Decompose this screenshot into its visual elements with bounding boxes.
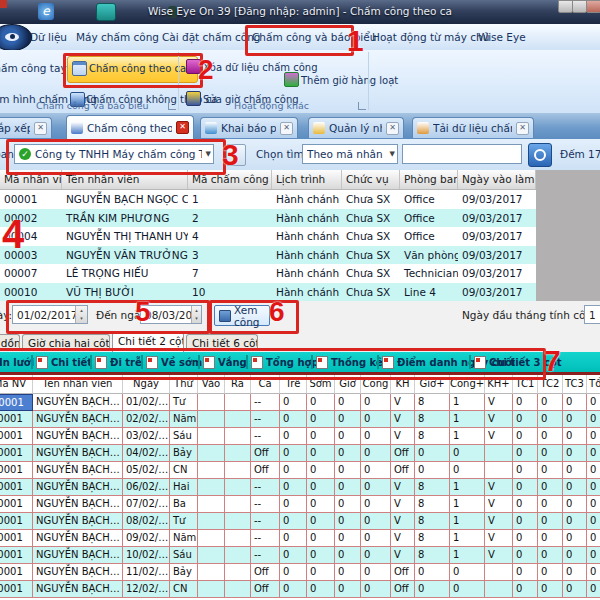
cell[interactable]: 8 (415, 479, 450, 496)
cell[interactable]: 04/02/2017 (123, 445, 170, 462)
tab-0[interactable]: Sắp xếp lịch trình ch..✕ (0, 117, 52, 138)
cell[interactable]: Sáu (170, 428, 198, 445)
cell[interactable]: Năm (170, 411, 198, 428)
from-date-field[interactable]: 01/02/2017 ▴▾ (12, 305, 88, 324)
cell[interactable]: 0 (538, 394, 563, 411)
cell[interactable] (198, 445, 225, 462)
column-header[interactable]: Công+ (450, 375, 485, 394)
cell[interactable] (198, 428, 225, 445)
cell[interactable]: 0 (587, 445, 600, 462)
cell[interactable]: Off (251, 462, 280, 479)
column-header[interactable]: Chức vụ (342, 170, 400, 189)
view-tab-3[interactable]: Chi tiết 6 cột (186, 334, 258, 351)
menu-item-5[interactable]: Wise Eye (478, 31, 526, 43)
table-row[interactable]: 00010VŨ THỊ BƯỞI10Hành chánhChưa SXLine … (0, 283, 536, 301)
cell[interactable]: 0 (450, 445, 485, 462)
cell[interactable]: 1 (450, 530, 485, 547)
cell[interactable]: 03/02/2017 (123, 428, 170, 445)
toolbar-button-0[interactable]: In lưới (0, 354, 34, 370)
column-header[interactable]: Tổng (587, 375, 600, 394)
cell[interactable]: 0 (335, 462, 361, 479)
cell[interactable]: V (485, 496, 513, 513)
cell[interactable]: 0 (587, 564, 600, 581)
column-header[interactable]: Mã chấm công (188, 170, 272, 189)
cell[interactable]: 1 (450, 411, 485, 428)
cell[interactable]: 0 (415, 564, 450, 581)
cell[interactable]: 0 (307, 462, 335, 479)
cell[interactable]: 0 (335, 564, 361, 581)
cell[interactable]: 00001 (0, 445, 33, 462)
cell[interactable]: 1 (450, 496, 485, 513)
cell[interactable]: 0 (563, 564, 587, 581)
cell[interactable]: 0 (361, 530, 391, 547)
cell[interactable]: -- (251, 411, 280, 428)
cell[interactable]: NGUYỄN BẠCH NGỌC CHÂU (33, 445, 123, 462)
cell[interactable]: 11/02/2017 (123, 564, 170, 581)
cell[interactable]: 0 (361, 547, 391, 564)
column-header[interactable]: TC3 (563, 375, 587, 394)
cell[interactable]: 0 (563, 513, 587, 530)
cell[interactable] (225, 479, 251, 496)
cell[interactable]: V (485, 394, 513, 411)
cell[interactable]: 0 (587, 513, 600, 530)
cell[interactable]: 0 (361, 411, 391, 428)
tab-close-icon[interactable]: ✕ (386, 122, 399, 135)
cell[interactable]: 0 (563, 479, 587, 496)
cell[interactable]: 00001 (0, 394, 33, 411)
cell[interactable]: V (391, 513, 415, 530)
menu-item-4[interactable]: Hoạt động từ máy chủ (372, 31, 489, 43)
column-header[interactable]: Mã nhân viên (0, 170, 62, 189)
cell[interactable]: 0 (280, 462, 307, 479)
cell[interactable]: 0 (335, 513, 361, 530)
cell[interactable]: 12/02/2017 (123, 581, 170, 598)
cell[interactable]: 1 (450, 547, 485, 564)
tab-close-icon[interactable]: ✕ (280, 122, 293, 135)
cell[interactable]: Off (391, 564, 415, 581)
cell[interactable] (225, 411, 251, 428)
tab-close-icon[interactable]: ✕ (176, 121, 189, 134)
cell[interactable]: 01/02/2017 (123, 394, 170, 411)
cell[interactable]: 0 (307, 445, 335, 462)
cell[interactable] (225, 581, 251, 598)
cell[interactable]: 0 (335, 581, 361, 598)
cell[interactable]: 0 (538, 547, 563, 564)
table-row[interactable]: 00002TRẦN KIM PHƯƠNG2Hành chánhChưa SXOf… (0, 209, 536, 228)
cell[interactable]: 0 (563, 496, 587, 513)
view-tab-0[interactable]: Giờ dồn (0, 334, 20, 351)
cell[interactable]: 8 (415, 428, 450, 445)
cell[interactable]: 8 (415, 547, 450, 564)
close-button[interactable] (586, 0, 600, 13)
cell[interactable]: 0 (513, 581, 538, 598)
cell[interactable]: 0 (513, 530, 538, 547)
cell[interactable] (198, 462, 225, 479)
view-tab-2[interactable]: Chi tiết 2 cột (112, 332, 184, 352)
cell[interactable]: 0 (513, 564, 538, 581)
toolbar-button-1[interactable]: Chi tiết (36, 354, 92, 370)
cell[interactable]: Off (251, 581, 280, 598)
cell[interactable] (198, 496, 225, 513)
cell[interactable]: 0 (307, 496, 335, 513)
cell[interactable] (485, 564, 513, 581)
cell[interactable]: 0 (538, 530, 563, 547)
toolbar-button-2[interactable]: Đi trễ (95, 354, 142, 370)
table-row[interactable]: 00001NGUYỄN BẠCH NGỌC CHÂU1Hành chánhChư… (0, 190, 536, 209)
maximize-button[interactable] (572, 0, 587, 13)
cell[interactable]: 0 (513, 445, 538, 462)
cell[interactable]: 0 (307, 428, 335, 445)
cell[interactable]: NGUYỄN BẠCH NGỌC CHÂU (33, 513, 123, 530)
cell[interactable]: 00001 (0, 479, 33, 496)
spinner-arrows-icon[interactable]: ▴▾ (75, 306, 87, 323)
cell[interactable]: V (485, 479, 513, 496)
tab-close-icon[interactable]: ✕ (34, 122, 47, 135)
cell[interactable]: 0 (307, 581, 335, 598)
cell[interactable]: V (391, 496, 415, 513)
cell[interactable] (485, 581, 513, 598)
cell[interactable]: 1 (450, 479, 485, 496)
cell[interactable]: 0 (307, 547, 335, 564)
cell[interactable] (198, 479, 225, 496)
cell[interactable]: 0 (587, 496, 600, 513)
cell[interactable]: 0 (361, 462, 391, 479)
cell[interactable]: 8 (415, 496, 450, 513)
cell[interactable]: NGUYỄN BẠCH NGỌC CHÂU (33, 462, 123, 479)
cell[interactable]: 0 (361, 394, 391, 411)
